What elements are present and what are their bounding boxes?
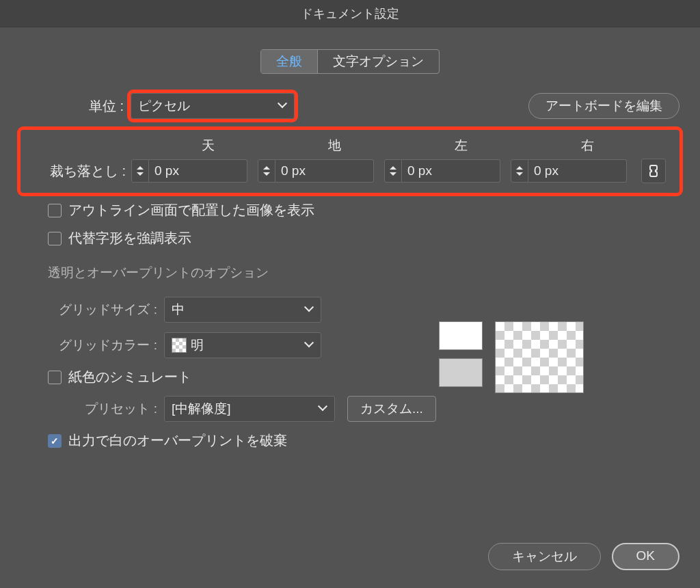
- discard-white-overprint-checkbox[interactable]: [48, 434, 62, 448]
- preset-row: プリセット : [中解像度] カスタム...: [21, 396, 679, 422]
- tab-group: 全般 文字オプション: [260, 49, 440, 74]
- grid-color-label: グリッドカラー :: [48, 336, 164, 354]
- grid-color-select[interactable]: 明: [164, 332, 321, 358]
- bleed-row: 裁ち落とし : 0 px 0 px 0 px 0 px: [29, 159, 671, 183]
- dialog-footer: キャンセル OK: [0, 531, 700, 588]
- stepper[interactable]: [258, 159, 275, 183]
- link-bleed-icon[interactable]: [641, 159, 666, 183]
- tab-general[interactable]: 全般: [261, 50, 318, 73]
- units-select[interactable]: ピクセル: [131, 93, 295, 119]
- bleed-bottom-value[interactable]: 0 px: [275, 159, 374, 183]
- ok-button[interactable]: OK: [612, 543, 679, 570]
- bleed-col-left: 左: [398, 137, 524, 155]
- outline-images-checkbox[interactable]: [48, 204, 62, 217]
- discard-white-overprint-label: 出力で白のオーバープリントを破棄: [68, 431, 287, 450]
- checker-swatch-icon: [172, 338, 187, 353]
- outline-images-label: アウトライン画面で配置した画像を表示: [68, 201, 314, 219]
- chevron-down-icon: [279, 102, 287, 110]
- checker-preview: [495, 321, 584, 393]
- bleed-col-top: 天: [145, 137, 271, 155]
- chain-link-icon: [649, 164, 658, 178]
- preset-label: プリセット :: [75, 400, 164, 418]
- simulate-paper-label: 紙色のシミュレート: [68, 368, 191, 386]
- bleed-top-input[interactable]: 0 px: [131, 159, 247, 183]
- grid-size-label: グリッドサイズ :: [48, 301, 164, 319]
- tabs: 全般 文字オプション: [21, 49, 679, 74]
- alt-glyphs-label: 代替字形を強調表示: [68, 229, 191, 248]
- preset-select[interactable]: [中解像度]: [164, 396, 335, 422]
- units-value: ピクセル: [138, 97, 190, 115]
- swatch-white: [439, 321, 483, 350]
- bleed-right-value[interactable]: 0 px: [528, 159, 627, 183]
- swatch-gray: [439, 358, 483, 387]
- bleed-left-input[interactable]: 0 px: [384, 159, 500, 183]
- grid-size-select[interactable]: 中: [164, 297, 321, 323]
- units-row: 単位 : ピクセル アートボードを編集: [21, 93, 679, 119]
- transparency-preview: [439, 321, 584, 393]
- bleed-label: 裁ち落とし :: [29, 162, 131, 181]
- bleed-col-right: 右: [524, 137, 651, 155]
- alt-glyphs-row[interactable]: 代替字形を強調表示: [21, 229, 679, 248]
- grid-size-value: 中: [172, 301, 185, 319]
- document-setup-dialog: ドキュメント設定 全般 文字オプション 単位 : ピクセル アートボードを編集 …: [0, 0, 700, 588]
- dialog-title: ドキュメント設定: [0, 0, 700, 27]
- alt-glyphs-checkbox[interactable]: [48, 232, 62, 245]
- bleed-left-value[interactable]: 0 px: [402, 159, 500, 183]
- cancel-button[interactable]: キャンセル: [488, 543, 601, 570]
- bleed-col-bottom: 地: [271, 137, 398, 155]
- tab-type-options[interactable]: 文字オプション: [318, 50, 439, 73]
- bleed-bottom-input[interactable]: 0 px: [258, 159, 374, 183]
- stepper[interactable]: [511, 159, 528, 183]
- custom-button[interactable]: カスタム...: [347, 396, 436, 422]
- bleed-header: 天 地 左 右: [29, 137, 671, 155]
- edit-artboards-button[interactable]: アートボードを編集: [528, 93, 679, 119]
- grid-size-row: グリッドサイズ : 中: [21, 297, 679, 323]
- dialog-body: 全般 文字オプション 単位 : ピクセル アートボードを編集 天 地 左 右 裁…: [0, 27, 700, 531]
- outline-images-row[interactable]: アウトライン画面で配置した画像を表示: [21, 201, 679, 219]
- bleed-top-value[interactable]: 0 px: [149, 159, 247, 183]
- chevron-down-icon: [306, 306, 314, 314]
- chevron-down-icon: [306, 341, 314, 349]
- chevron-down-icon: [319, 405, 327, 413]
- preset-value: [中解像度]: [172, 400, 231, 418]
- simulate-paper-checkbox[interactable]: [48, 371, 62, 384]
- stepper[interactable]: [384, 159, 402, 183]
- stepper[interactable]: [131, 159, 149, 183]
- discard-white-overprint-row[interactable]: 出力で白のオーバープリントを破棄: [21, 431, 679, 450]
- bleed-section: 天 地 左 右 裁ち落とし : 0 px 0 px 0 px: [21, 130, 679, 193]
- transparency-section-title: 透明とオーバープリントのオプション: [21, 264, 679, 282]
- bleed-right-input[interactable]: 0 px: [511, 159, 627, 183]
- grid-color-value: 明: [191, 336, 204, 354]
- units-label: 単位 :: [89, 97, 124, 116]
- preview-swatches: [439, 321, 483, 387]
